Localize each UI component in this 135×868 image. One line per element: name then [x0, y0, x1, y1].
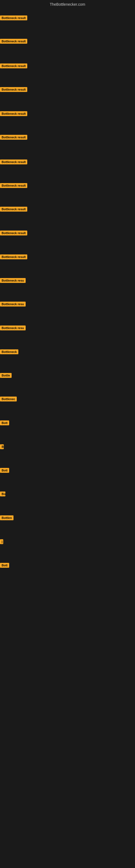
- bottleneck-result-badge: Bottle: [0, 373, 12, 378]
- bottleneck-result-badge: B: [0, 444, 4, 449]
- bottleneck-badge-container: Bottleneck resu: [0, 278, 26, 284]
- bottleneck-badge-container: Bottleneck result: [0, 230, 27, 237]
- site-title: TheBottlenecker.com: [0, 0, 135, 9]
- bottleneck-result-badge: Bottleneck result: [0, 111, 27, 116]
- bottleneck-badge-container: Bottleneck: [0, 349, 18, 355]
- bottleneck-badge-container: B: [0, 444, 4, 450]
- bottleneck-result-badge: Bottleneck result: [0, 183, 27, 188]
- bottleneck-badge-container: Bottle: [0, 373, 12, 379]
- bottleneck-badge-container: Bottleneck result: [0, 254, 27, 260]
- bottleneck-badge-container: Bottleneck result: [0, 207, 27, 213]
- bottleneck-result-badge: |: [0, 539, 3, 544]
- bottleneck-badge-container: Bottlen: [0, 516, 13, 521]
- bottleneck-result-badge: Bottleneck result: [0, 135, 27, 140]
- bottleneck-result-badge: Bottleneck result: [0, 63, 27, 68]
- bottleneck-badge-container: Bottleneck result: [0, 87, 27, 93]
- bottleneck-result-badge: Bottleneck result: [0, 87, 27, 92]
- bottleneck-badge-container: Bottlenec: [0, 397, 17, 403]
- bottleneck-result-badge: Bottlenec: [0, 397, 17, 401]
- bottleneck-badge-container: Bottleneck result: [0, 39, 27, 45]
- bottleneck-result-badge: Bottleneck result: [0, 207, 27, 212]
- bottleneck-result-badge: Bo: [0, 492, 5, 496]
- bottleneck-result-badge: Bottleneck resu: [0, 278, 26, 283]
- bottleneck-badge-container: Bottleneck resu: [0, 302, 26, 308]
- bottleneck-badge-container: |: [0, 539, 3, 545]
- bottleneck-badge-container: Bottleneck result: [0, 111, 27, 117]
- bottleneck-badge-container: Bottleneck result: [0, 183, 27, 189]
- bottleneck-result-badge: Bott: [0, 421, 9, 425]
- bottleneck-result-badge: Bottleneck result: [0, 230, 27, 236]
- bottleneck-badge-container: Bottleneck result: [0, 63, 27, 69]
- bottleneck-badge-container: Bott: [0, 421, 9, 426]
- bottleneck-badge-container: Bott: [0, 563, 9, 569]
- bottleneck-badge-container: Bottleneck resu: [0, 326, 26, 332]
- bottleneck-result-badge: Bott: [0, 468, 9, 473]
- bottleneck-result-badge: Bottleneck result: [0, 159, 27, 164]
- bottleneck-badge-container: Bo: [0, 492, 5, 497]
- bottleneck-result-badge: Bottlen: [0, 516, 13, 520]
- bottleneck-result-badge: Bottleneck resu: [0, 326, 26, 330]
- bottleneck-result-badge: Bott: [0, 563, 9, 568]
- bottleneck-result-badge: Bottleneck result: [0, 254, 27, 259]
- bottleneck-badge-container: Bottleneck result: [0, 135, 27, 141]
- bottleneck-result-badge: Bottleneck result: [0, 39, 27, 44]
- bottleneck-badge-container: Bottleneck result: [0, 159, 27, 165]
- bottleneck-result-badge: Bottleneck: [0, 349, 18, 354]
- bottleneck-badge-container: Bott: [0, 468, 9, 474]
- bottleneck-result-badge: Bottleneck resu: [0, 302, 26, 307]
- bottleneck-badge-container: Bottleneck result: [0, 16, 27, 22]
- bottleneck-result-badge: Bottleneck result: [0, 16, 27, 20]
